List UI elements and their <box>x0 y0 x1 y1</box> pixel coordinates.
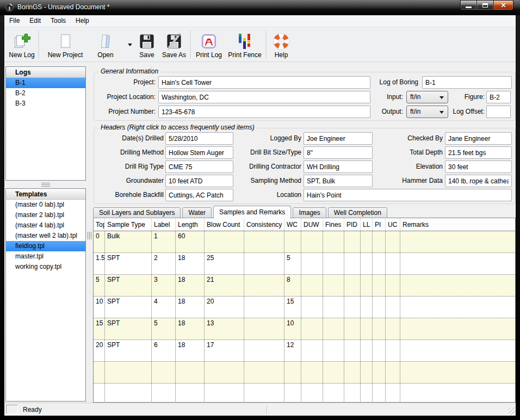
column-header-consistency[interactable]: Consistency <box>244 218 284 231</box>
tab-water[interactable]: Water <box>182 207 212 218</box>
column-header-length[interactable]: Length <box>176 218 205 231</box>
table-row[interactable] <box>94 362 515 384</box>
logged-by-input[interactable] <box>304 132 373 145</box>
tab-images[interactable]: Images <box>293 207 326 218</box>
template-item-working-copy-tpl[interactable]: working copy.tpl <box>6 262 85 272</box>
resize-grip[interactable] <box>508 407 515 415</box>
toolbar-button-open[interactable]: Open <box>90 27 121 61</box>
cell <box>323 297 344 318</box>
minimize-button[interactable] <box>460 0 477 10</box>
maximize-icon <box>482 3 488 8</box>
column-header-blow-count[interactable]: Blow Count <box>205 218 244 231</box>
cell: 5 <box>152 318 176 339</box>
menu-tools[interactable]: Tools <box>46 15 71 27</box>
column-header-pi[interactable]: PI <box>373 218 386 231</box>
toolbar-button-print-fence[interactable]: Print Fence <box>225 27 264 61</box>
titlebar[interactable]: BorinGS - Unsaved Document * ✕ <box>0 0 520 15</box>
column-header-top[interactable]: Top <box>94 218 105 231</box>
location-input[interactable] <box>304 189 512 201</box>
drilling-method-input[interactable] <box>165 146 233 159</box>
toolbar-button-new-project[interactable]: New Project <box>41 27 90 61</box>
column-header-duw[interactable]: DUW <box>301 218 323 231</box>
total-depth-input[interactable] <box>445 146 512 159</box>
table-row[interactable]: 15SPT5181310 <box>94 318 515 340</box>
toolbar-button-help[interactable]: Help <box>268 27 294 61</box>
template-item-fieldlog-tpl[interactable]: fieldlog.tpl <box>6 241 85 251</box>
status-divider <box>267 405 267 414</box>
project-input[interactable] <box>158 76 370 89</box>
checked-by-input[interactable] <box>445 132 512 145</box>
cell <box>244 340 284 361</box>
template-item-master-0-lab-tpl[interactable]: (master 0 lab).tpl <box>6 200 85 210</box>
table-row[interactable]: 20SPT6181712 <box>94 340 515 362</box>
date-s-drilled-input[interactable] <box>165 132 233 145</box>
menu-file[interactable]: File <box>4 15 24 27</box>
table-row[interactable] <box>94 384 515 403</box>
cell <box>244 231 284 252</box>
column-header-sample-type[interactable]: Sample Type <box>105 218 152 231</box>
sampling-method-input[interactable] <box>304 175 373 187</box>
column-header-ll[interactable]: LL <box>361 218 373 231</box>
input-units-label: Input: <box>338 91 403 103</box>
elevation-input[interactable] <box>445 160 512 173</box>
table-row[interactable]: 0Bulk160 <box>94 231 515 253</box>
template-item-master-4-lab-tpl[interactable]: (master 4 lab).tpl <box>6 220 85 231</box>
cell <box>400 231 515 252</box>
print-fence-icon <box>236 33 253 50</box>
cell <box>301 275 323 296</box>
sampling-method-label: Sampling Method <box>232 175 301 187</box>
open-dropdown-arrow[interactable] <box>126 27 134 61</box>
column-header-uc[interactable]: UC <box>386 218 400 231</box>
cell <box>373 340 386 361</box>
log-of-boring-input[interactable] <box>422 76 512 89</box>
cell: 5 <box>284 253 301 274</box>
close-button[interactable]: ✕ <box>493 0 513 10</box>
tab-soil-layers-and-sublayers[interactable]: Soil Layers and Sublayers <box>93 207 181 218</box>
log-offset-input[interactable] <box>486 106 511 118</box>
maximize-button[interactable] <box>477 0 493 10</box>
table-row[interactable]: 1.5SPT218255 <box>94 253 515 275</box>
cell <box>105 384 152 403</box>
sidebar-splitter[interactable] <box>88 232 88 239</box>
template-item-master-tpl[interactable]: master.tpl <box>6 251 85 262</box>
log-item-b-3[interactable]: B-3 <box>6 98 85 109</box>
log-item-b-1[interactable]: B-1 <box>6 78 85 88</box>
column-header-fines[interactable]: Fines <box>323 218 344 231</box>
template-item-master-2-lab-tpl[interactable]: (master 2 lab).tpl <box>6 210 85 220</box>
figure-input[interactable] <box>486 91 511 103</box>
toolbar-button-new-log[interactable]: New Log <box>7 27 37 61</box>
cell <box>301 340 323 361</box>
drill-bit-size-type-input[interactable] <box>304 146 373 159</box>
menu-edit[interactable]: Edit <box>24 15 46 27</box>
project-location-label: Project Location: <box>94 91 156 103</box>
cell: 10 <box>94 297 105 318</box>
borehole-backfill-label: Borehole Backfill <box>94 189 164 201</box>
project-label: Project: <box>94 76 156 89</box>
tab-samples-and-remarks[interactable]: Samples and Remarks <box>213 206 291 219</box>
column-header-wc[interactable]: WC <box>284 218 301 231</box>
toolbar-button-save[interactable]: Save <box>134 27 159 61</box>
column-header-remarks[interactable]: Remarks <box>400 218 515 231</box>
drill-rig-type-input[interactable] <box>165 160 233 173</box>
template-item-master-well-2-lab-tpl[interactable]: (master well 2 lab).tpl <box>6 231 85 241</box>
date-s-drilled-label: Date(s) Drilled <box>94 132 164 145</box>
drilling-contractor-input[interactable] <box>304 160 373 173</box>
toolbar-button-label: Help <box>275 51 288 59</box>
tab-well-completion[interactable]: Well Completion <box>328 207 387 218</box>
column-header-label[interactable]: Label <box>152 218 176 231</box>
table-row[interactable]: 10SPT4182015 <box>94 297 515 318</box>
cell <box>386 253 400 274</box>
column-header-pid[interactable]: PID <box>344 218 361 231</box>
cell <box>373 231 386 252</box>
toolbar-button-print-log[interactable]: Print Log <box>193 27 225 61</box>
groundwater-input[interactable] <box>165 175 233 187</box>
borehole-backfill-input[interactable] <box>165 189 233 201</box>
panel-splitter[interactable] <box>5 181 86 188</box>
menu-help[interactable]: Help <box>71 15 94 27</box>
cell <box>244 362 284 383</box>
toolbar-button-save-as[interactable]: Save As <box>159 27 189 61</box>
log-item-b-2[interactable]: B-2 <box>6 88 85 98</box>
table-row[interactable]: 5SPT318218 <box>94 275 515 297</box>
cell <box>244 297 284 318</box>
hammer-data-input[interactable] <box>445 175 512 187</box>
